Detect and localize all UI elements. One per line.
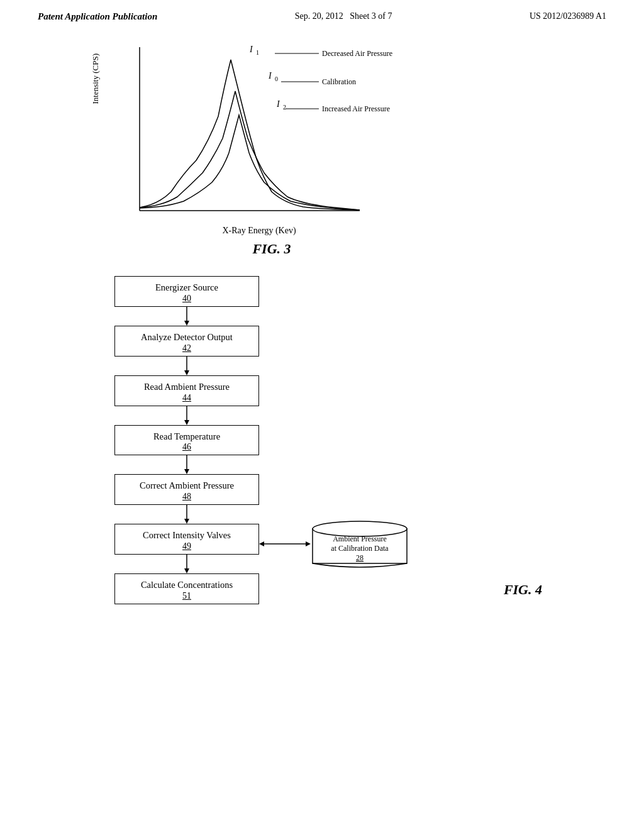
fig4-section: Energizer Source 40 Analyze Detector Out… xyxy=(64,276,580,604)
svg-text:I: I xyxy=(268,71,272,80)
box-correct-intensity: Correct Intensity Valves 49 xyxy=(114,524,259,555)
svg-marker-31 xyxy=(306,541,311,546)
svg-text:I: I xyxy=(249,45,253,54)
y-axis-label: Intensity (CPS) xyxy=(91,53,101,104)
box-correct-pressure-num: 48 xyxy=(121,492,252,502)
svg-marker-17 xyxy=(184,370,189,375)
box-read-pressure: Read Ambient Pressure 44 xyxy=(114,375,259,406)
arrow-4 xyxy=(114,455,259,474)
box-read-temp-title: Read Temperature xyxy=(121,431,252,443)
box-read-temp-num: 46 xyxy=(121,442,252,452)
svg-marker-19 xyxy=(184,420,189,425)
box-correct-intensity-title: Correct Intensity Valves xyxy=(121,529,252,541)
box-correct-pressure: Correct Ambient Pressure 48 xyxy=(114,474,259,505)
svg-text:Calibration: Calibration xyxy=(322,77,356,86)
svg-marker-30 xyxy=(259,541,264,546)
svg-text:2: 2 xyxy=(283,104,286,111)
box-read-pressure-num: 44 xyxy=(121,393,252,403)
database-cylinder: Ambient Pressure at Calibration Data 28 xyxy=(309,517,410,574)
patent-number: US 2012/0236989 A1 xyxy=(530,11,606,21)
fig3-section: Intensity (CPS) I 1 I 0 I 2 xyxy=(64,41,580,257)
box-correct-pressure-title: Correct Ambient Pressure xyxy=(121,480,252,492)
fig4-caption-text: FIG. 4 xyxy=(504,582,542,598)
publication-title: Patent Application Publication xyxy=(38,11,157,22)
page-header: Patent Application Publication Sep. 20, … xyxy=(0,0,644,22)
box-energizer: Energizer Source 40 xyxy=(114,276,259,307)
svg-text:1: 1 xyxy=(256,49,259,56)
sheet-info: Sheet 3 of 7 xyxy=(350,11,392,21)
box-energizer-num: 40 xyxy=(121,294,252,304)
correct-intensity-row: Correct Intensity Valves 49 Ambient Pres… xyxy=(114,524,259,555)
box-calculate-title: Calculate Concentrations xyxy=(121,579,252,591)
svg-text:Increased Air Pressure: Increased Air Pressure xyxy=(322,104,390,113)
fig3-chart: I 1 I 0 I 2 Decreased Air Pressure xyxy=(121,41,423,230)
box-read-pressure-title: Read Ambient Pressure xyxy=(121,381,252,393)
svg-text:Ambient Pressure: Ambient Pressure xyxy=(333,534,387,543)
svg-text:at Calibration Data: at Calibration Data xyxy=(331,544,389,553)
date-sheet: Sep. 20, 2012 Sheet 3 of 7 xyxy=(295,11,392,21)
arrow-6 xyxy=(114,555,259,573)
svg-marker-21 xyxy=(184,469,189,474)
arrow-2 xyxy=(114,357,259,375)
publication-date: Sep. 20, 2012 xyxy=(295,11,343,21)
database-container: Ambient Pressure at Calibration Data 28 xyxy=(309,517,410,577)
flowchart: Energizer Source 40 Analyze Detector Out… xyxy=(114,276,580,604)
svg-text:28: 28 xyxy=(356,553,364,562)
arrow-5 xyxy=(114,505,259,524)
svg-marker-15 xyxy=(184,321,189,326)
svg-marker-33 xyxy=(184,568,189,573)
box-analyze-title: Analyze Detector Output xyxy=(121,331,252,343)
box-analyze-num: 42 xyxy=(121,343,252,353)
box-correct-intensity-num: 49 xyxy=(121,541,252,551)
svg-text:I: I xyxy=(276,99,280,109)
fig3-caption: FIG. 3 xyxy=(114,241,429,257)
svg-text:Decreased Air Pressure: Decreased Air Pressure xyxy=(322,49,392,58)
box-read-temp: Read Temperature 46 xyxy=(114,425,259,456)
svg-text:0: 0 xyxy=(275,75,278,82)
box-energizer-title: Energizer Source xyxy=(121,282,252,294)
box-calculate: Calculate Concentrations 51 xyxy=(114,573,259,604)
box-calculate-num: 51 xyxy=(121,591,252,601)
horiz-double-arrow xyxy=(259,538,311,550)
arrow-1 xyxy=(114,307,259,326)
fig4-caption: FIG. 4 xyxy=(504,582,542,598)
box-analyze: Analyze Detector Output 42 xyxy=(114,326,259,357)
arrow-3 xyxy=(114,406,259,425)
svg-marker-23 xyxy=(184,519,189,524)
